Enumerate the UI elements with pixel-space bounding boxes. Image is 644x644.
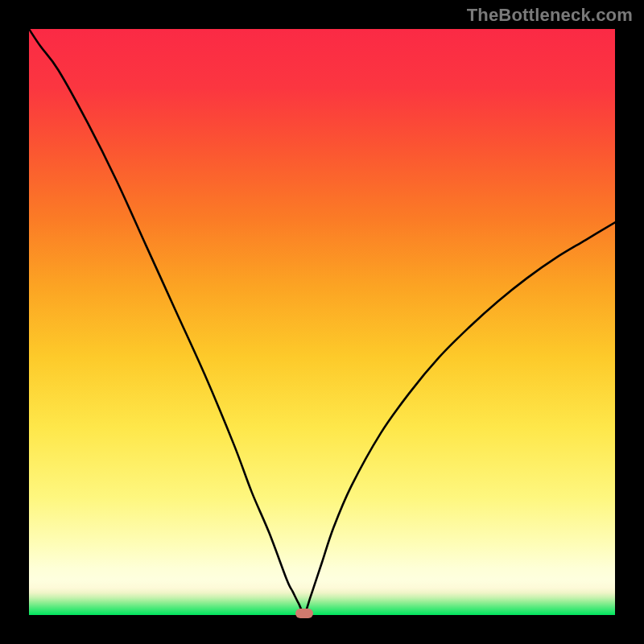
bottleneck-curve: [29, 29, 615, 615]
plot-area: [29, 29, 615, 615]
curve-path: [29, 29, 615, 613]
watermark: TheBottleneck.com: [467, 5, 633, 26]
chart-frame: TheBottleneck.com: [0, 0, 644, 644]
minimum-marker: [295, 609, 313, 618]
